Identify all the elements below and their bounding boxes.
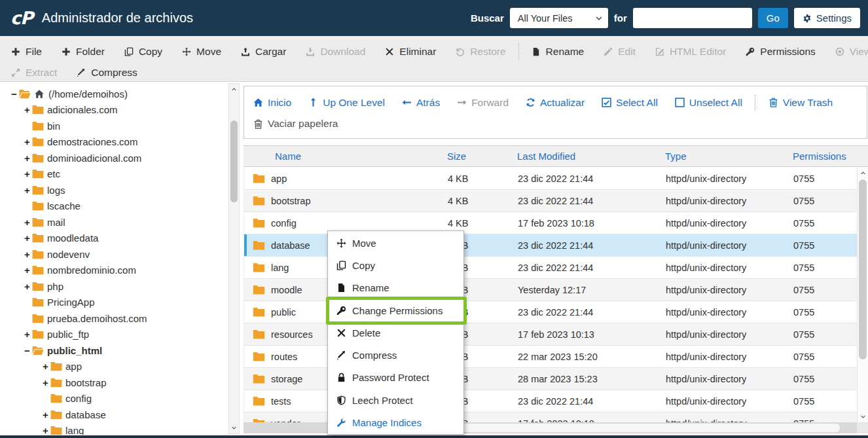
tree-item-database[interactable]: +database [0, 407, 228, 423]
column-header-permissions[interactable]: Permissions [793, 151, 868, 162]
file-row-app[interactable]: app4 KB23 dic 2022 21:44httpd/unix-direc… [244, 168, 857, 190]
context-menu-item-compress[interactable]: Compress [328, 344, 463, 366]
toolbar-move-button[interactable]: Move [172, 46, 231, 58]
sidebar-scroll-down-button[interactable] [229, 423, 239, 433]
tree-item-home-demoihos[interactable]: −(/home/demoihos) [0, 86, 228, 102]
tree-item-label: prueba.demoihost.com [47, 313, 147, 324]
column-header-size[interactable]: Size [447, 151, 517, 162]
tree-item-logs[interactable]: +logs [0, 182, 228, 198]
expand-icon[interactable]: + [41, 409, 50, 420]
nav-forward-button[interactable]: Forward [448, 97, 517, 109]
nav-unselect-all-button[interactable]: Unselect All [666, 97, 751, 109]
search-scope-select[interactable]: All Your Files [510, 8, 608, 28]
nav-vaciar-papelera-button[interactable]: Vaciar papelera [252, 118, 346, 130]
tree-item-moodledata[interactable]: +moodledata [0, 230, 228, 247]
table-scroll-left-button[interactable] [245, 422, 254, 433]
context-menu-item-move[interactable]: Move [328, 232, 463, 254]
file-row-bootstrap[interactable]: bootstrap4 KB23 dic 2022 21:44httpd/unix… [244, 190, 857, 212]
file-modified: 23 dic 2022 21:44 [518, 196, 666, 206]
file-permissions: 0755 [793, 173, 857, 184]
collapse-icon[interactable]: − [22, 345, 32, 356]
context-menu-item-password-protect[interactable]: Password Protect [328, 367, 463, 389]
table-scroll-right-button[interactable] [846, 422, 856, 433]
tree-item-pricingapp[interactable]: PricingApp [0, 295, 228, 311]
column-header-type[interactable]: Type [665, 151, 793, 162]
expand-icon[interactable]: + [22, 329, 32, 340]
tree-item-public-html[interactable]: −public_html [0, 342, 228, 359]
tree-item-php[interactable]: +php [0, 278, 228, 295]
context-menu-item-leech-protect[interactable]: Leech Protect [328, 389, 463, 411]
context-menu-item-delete[interactable]: Delete [328, 321, 463, 344]
settings-button[interactable]: Settings [794, 8, 860, 28]
expand-icon[interactable]: + [22, 281, 32, 292]
toolbar-restore-button[interactable]: Restore [446, 46, 515, 58]
expand-icon[interactable]: + [22, 104, 32, 115]
tree-item-dominioadicional-com[interactable]: +dominioadicional.com [0, 150, 228, 166]
toolbar-cargar-button[interactable]: Cargar [231, 46, 296, 58]
context-menu-item-change-permissions[interactable]: Change Permissions [328, 299, 463, 321]
tree-item-mail[interactable]: +mail [0, 214, 228, 230]
sidebar-scrollbar-thumb[interactable] [230, 120, 238, 202]
expand-icon[interactable]: + [41, 377, 50, 388]
nav-up-one-level-button[interactable]: Up One Level [300, 97, 393, 109]
home-icon [34, 89, 45, 99]
sidebar-scroll-up-button[interactable] [229, 84, 239, 94]
context-menu-item-copy[interactable]: Copy [328, 254, 463, 276]
expand-icon[interactable]: + [22, 232, 32, 244]
toolbar-extract-button[interactable]: Extract [1, 67, 67, 79]
nav-atr-s-button[interactable]: Atrás [393, 97, 448, 109]
tree-item-config[interactable]: config [0, 391, 228, 407]
table-header: NameSizeLast ModifiedTypePermissions [244, 145, 868, 167]
table-vertical-scrollbar-thumb[interactable] [859, 179, 867, 359]
expand-icon[interactable]: + [22, 185, 32, 196]
tree-item-nodevenv[interactable]: +nodevenv [0, 246, 228, 263]
context-menu-item-rename[interactable]: Rename [328, 277, 463, 299]
column-header-last-modified[interactable]: Last Modified [517, 151, 665, 162]
tree-item-adicionales-com[interactable]: +adicionales.com [0, 102, 228, 119]
toolbar-eliminar-button[interactable]: Eliminar [375, 46, 446, 58]
tree-item-bootstrap[interactable]: +bootstrap [0, 374, 228, 391]
toolbar-download-button[interactable]: Download [296, 46, 375, 58]
go-button[interactable]: Go [758, 8, 788, 28]
tree-item-lang[interactable]: +lang [0, 423, 228, 435]
toolbar-compress-button[interactable]: Compress [67, 67, 147, 79]
context-menu-item-manage-indices[interactable]: Manage Indices [328, 411, 463, 433]
sidebar-scrollbar[interactable] [228, 83, 240, 434]
folder-icon [32, 201, 44, 211]
nav-actualizar-button[interactable]: Actualizar [517, 97, 593, 109]
expand-icon[interactable]: + [41, 425, 50, 435]
toolbar-button-label: Compress [91, 67, 137, 79]
tree-item-etc[interactable]: +etc [0, 166, 228, 183]
tree-item-public-ftp[interactable]: +public_ftp [0, 327, 228, 343]
toolbar-copy-button[interactable]: Copy [115, 46, 172, 58]
toolbar-rename-button[interactable]: Rename [522, 46, 594, 58]
expand-icon[interactable]: + [22, 249, 32, 260]
tree-item-app[interactable]: +app [0, 359, 228, 375]
tree-item-bin[interactable]: bin [0, 118, 228, 134]
expand-icon[interactable]: + [22, 168, 32, 179]
tree-item-prueba-demoihost-com[interactable]: prueba.demoihost.com [0, 310, 228, 327]
collapse-icon[interactable]: − [9, 88, 19, 100]
toolbar-permissions-button[interactable]: Permissions [736, 46, 825, 58]
search-input[interactable] [633, 8, 752, 28]
expand-icon[interactable]: + [22, 153, 32, 164]
expand-icon[interactable]: + [22, 217, 32, 228]
tree-item-lscache[interactable]: lscache [0, 198, 228, 215]
toolbar-folder-button[interactable]: Folder [52, 46, 115, 58]
nav-view-trash-button[interactable]: View Trash [760, 97, 841, 109]
expand-icon[interactable]: + [22, 136, 32, 147]
expand-icon[interactable]: + [41, 361, 50, 372]
table-vertical-scrollbar[interactable] [857, 168, 868, 422]
column-header-name[interactable]: Name [244, 151, 447, 162]
toolbar-file-button[interactable]: File [1, 46, 52, 58]
tree-item-nombredominio-com[interactable]: +nombredominio.com [0, 263, 228, 279]
table-scroll-down-button[interactable] [858, 412, 868, 422]
nav-select-all-button[interactable]: Select All [593, 97, 666, 109]
toolbar-html-editor-button[interactable]: HTML Editor [645, 46, 736, 58]
toolbar-edit-button[interactable]: Edit [594, 46, 645, 58]
tree-item-demostraciones-com[interactable]: +demostraciones.com [0, 134, 228, 151]
toolbar-view-button[interactable]: View [825, 46, 868, 58]
expand-icon[interactable]: + [22, 265, 32, 276]
nav-inicio-button[interactable]: Inicio [252, 97, 300, 109]
table-scroll-up-button[interactable] [858, 168, 868, 178]
